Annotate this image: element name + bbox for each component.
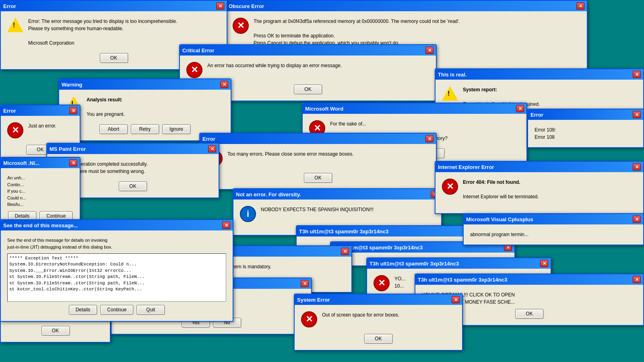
msnet-titlebar[interactable]: Microsoft .NI... ✕	[1, 158, 80, 168]
system-error-close[interactable]: ✕	[452, 296, 460, 303]
spam3-titlebar[interactable]: T3h ult1m@t3 spamm0r 3xp3r14nc3 ✕	[367, 258, 551, 269]
error-right-titlebar[interactable]: Error ✕	[528, 109, 643, 120]
warning-title: Warning	[62, 82, 83, 88]
dotnet-text: See the end of this message for details …	[7, 237, 226, 250]
spam4-close[interactable]: ✕	[633, 276, 641, 283]
msnet-close[interactable]: ✕	[69, 159, 77, 167]
ms-paint-close[interactable]: ✕	[208, 145, 216, 152]
critical-error-title: Critical Error	[182, 47, 214, 53]
ms-paint-text: Operation completed successfully. There …	[74, 160, 148, 175]
obscure-error-title: Obscure Error	[229, 3, 264, 9]
spam3-title: T3h ult1m@t3 spamm0r 3xp3r14nc3	[369, 261, 459, 267]
ms-customer-close[interactable]: ✕	[301, 280, 309, 287]
top-error-text: Error: The error message you tried to di…	[28, 18, 178, 47]
warning-retry-button[interactable]: Retry	[131, 124, 159, 134]
spam4-title: T3h ult1m@t3 spamm0r 3xp3r14nc3	[418, 277, 507, 283]
warning-text: Analysis result: You are pregnant.	[87, 96, 125, 118]
spam1-title: T3h ult1m@t3 spamm0r 3xp3r14nc3	[299, 228, 388, 234]
info-icon: i	[240, 206, 256, 222]
microsoft-word-close[interactable]: ✕	[516, 105, 524, 112]
not-error-titlebar[interactable]: Not an error. For diversity. ✕	[233, 189, 441, 200]
system-error-title: System Error	[297, 297, 330, 303]
error-main-titlebar[interactable]: Error ✕	[200, 134, 436, 144]
spam4-ok-button[interactable]: OK	[515, 309, 543, 319]
ms-visual-dialog: Microsoft Visual Cplusplus ✕ abnormal pr…	[463, 213, 644, 245]
error-main-title: Error	[202, 136, 215, 142]
warning-abort-button[interactable]: Abort	[99, 124, 128, 134]
error-right-dialog: Error ✕ Error 109: Error 108	[527, 109, 644, 148]
system-error-titlebar[interactable]: System Error ✕	[295, 294, 462, 305]
system-error-text: Out of screen space for error boxes.	[322, 311, 399, 319]
ie-error-dialog: Internet Explorer Error ✕ ✕ Error 404: F…	[435, 161, 644, 214]
dotnet-title: See the end of this message...	[3, 222, 78, 228]
spam3-text: YO...10...	[394, 275, 405, 290]
error-icon: ✕	[186, 62, 202, 78]
dotnet-continue-button[interactable]: Continue	[100, 305, 133, 315]
obscure-error-close[interactable]: ✕	[576, 2, 584, 10]
spam3-close[interactable]: ✕	[540, 260, 548, 267]
msnet-text: An unh... Contin... If you c... Could n.…	[7, 175, 73, 208]
warning-dialog: Warning ✕ Analysis result: You are pregn…	[58, 78, 231, 141]
warning-ignore-button[interactable]: Ignore	[162, 124, 190, 134]
this-is-real-title: This is real.	[438, 72, 467, 78]
error-icon: ✕	[442, 179, 458, 195]
dotnet-quit-button[interactable]: Quit	[136, 305, 165, 315]
error-right-title: Error	[530, 112, 543, 118]
warning-titlebar[interactable]: Warning ✕	[59, 79, 231, 90]
ie-error-text: Error 404: File not found. Internet Expl…	[463, 179, 539, 200]
ms-paint-title: MS Paint Error	[50, 146, 86, 152]
aaaa-ok-button[interactable]: OK	[41, 326, 70, 335]
warning-close[interactable]: ✕	[220, 81, 228, 88]
not-error-title: Not an error. For diversity.	[236, 191, 301, 197]
error-main-close[interactable]: ✕	[425, 135, 433, 142]
error-main-text: Too many errors. Please close some error…	[227, 150, 353, 158]
warn-icon	[442, 86, 458, 101]
top-error-title: Error	[3, 3, 16, 9]
ms-visual-close[interactable]: ✕	[633, 216, 641, 223]
this-is-real-close[interactable]: ✕	[633, 71, 641, 78]
error-right-text: Error 109: Error 108	[535, 126, 637, 141]
error-icon: ✕	[301, 311, 317, 327]
dotnet-details-button[interactable]: Details	[69, 305, 97, 315]
critical-error-close[interactable]: ✕	[425, 47, 433, 54]
critical-error-text: An error has occurred while trying to di…	[207, 62, 342, 69]
ms-visual-title: Microsoft Visual Cplusplus	[466, 216, 533, 222]
microsoft-word-titlebar[interactable]: Microsoft Word ✕	[303, 103, 526, 114]
ms-visual-text: abnormal program termin...	[470, 231, 637, 238]
ie-error-close[interactable]: ✕	[633, 163, 641, 171]
error-icon: ✕	[233, 18, 249, 34]
critical-error-ok-button[interactable]: OK	[294, 84, 322, 94]
system-error-dialog: System Error ✕ ✕ Out of screen space for…	[294, 294, 463, 351]
dotnet-dialog: See the end of this message... ✕ See the…	[0, 219, 233, 322]
ms-visual-titlebar[interactable]: Microsoft Visual Cplusplus ✕	[464, 214, 643, 224]
warn-icon	[7, 18, 23, 32]
top-error-titlebar[interactable]: Error ✕	[1, 1, 227, 11]
dotnet-log[interactable]: ***** Exception Text ***** System.IO.Dir…	[7, 253, 226, 302]
not-error-text: NOBODY EXPECTS THE SPANISH INQUISITION!!…	[261, 206, 374, 213]
small-error-left-close[interactable]: ✕	[69, 107, 77, 114]
error-right-close[interactable]: ✕	[633, 111, 641, 118]
critical-error-titlebar[interactable]: Critical Error ✕	[180, 45, 436, 56]
small-error-left-titlebar[interactable]: Error ✕	[1, 105, 80, 116]
dotnet-close[interactable]: ✕	[222, 222, 230, 229]
msnet-title: Microsoft .NI...	[3, 160, 39, 166]
this-is-real-titlebar[interactable]: This is real. ✕	[436, 69, 643, 80]
spam1-titlebar[interactable]: T3h ult1m@t3 spamm0r 3xp3r14nc3 ✕	[297, 226, 480, 237]
top-error-ok-button[interactable]: OK	[100, 53, 128, 63]
ms-paint-ok-button[interactable]: OK	[119, 181, 147, 191]
spam4-titlebar[interactable]: T3h ult1m@t3 spamm0r 3xp3r14nc3 ✕	[415, 274, 643, 285]
obscure-error-titlebar[interactable]: Obscure Error ✕	[226, 1, 587, 11]
error-main-ok-button[interactable]: OK	[304, 173, 332, 183]
ie-error-titlebar[interactable]: Internet Explorer Error ✕	[436, 162, 643, 172]
ie-error-title: Internet Explorer Error	[438, 164, 494, 170]
ms-paint-titlebar[interactable]: MS Paint Error ✕	[47, 144, 219, 154]
error-main-dialog: Error ✕ ✕ Too many errors. Please close …	[199, 133, 437, 190]
small-error-left-text: Just an error.	[28, 122, 56, 130]
small-error-left-title: Error	[3, 108, 16, 114]
system-error-ok-button[interactable]: OK	[364, 334, 392, 343]
microsoft-word-title: Microsoft Word	[305, 106, 343, 112]
dotnet-titlebar[interactable]: See the end of this message... ✕	[1, 220, 233, 230]
exclusive-close[interactable]: ✕	[341, 248, 349, 255]
top-error-close[interactable]: ✕	[216, 2, 224, 10]
error-icon: ✕	[374, 275, 390, 291]
